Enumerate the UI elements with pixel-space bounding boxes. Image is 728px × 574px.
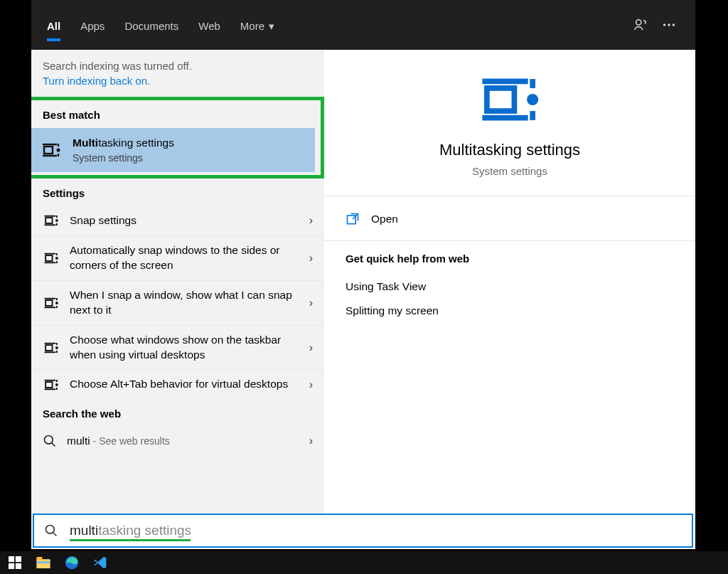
- svg-rect-16: [16, 556, 21, 562]
- settings-label: Settings: [31, 179, 324, 206]
- open-icon: [346, 212, 360, 226]
- open-action[interactable]: Open: [324, 196, 695, 240]
- multitasking-icon: [43, 251, 60, 265]
- help-link[interactable]: Using Task View: [346, 275, 674, 299]
- svg-rect-18: [16, 563, 21, 569]
- svg-rect-15: [9, 556, 14, 562]
- annotation-highlight: Best match Multitasking settings System …: [31, 97, 324, 179]
- svg-point-7: [663, 23, 665, 26]
- setting-item[interactable]: Choose what windows show on the taskbar …: [31, 325, 324, 370]
- svg-point-8: [668, 23, 670, 26]
- tab-apps[interactable]: Apps: [70, 4, 114, 46]
- chevron-right-icon: ›: [309, 341, 313, 354]
- tab-more[interactable]: More▾: [230, 4, 284, 46]
- setting-item[interactable]: Choose Alt+Tab behavior for virtual desk…: [31, 369, 324, 399]
- setting-item[interactable]: Automatically snap windows to the sides …: [31, 235, 324, 280]
- chevron-right-icon: ›: [309, 378, 313, 391]
- help-heading: Get quick help from web: [346, 253, 674, 265]
- svg-line-14: [53, 533, 57, 536]
- preview-subtitle: System settings: [338, 165, 681, 177]
- chevron-right-icon: ›: [309, 297, 313, 309]
- taskbar-edge[interactable]: [61, 553, 82, 573]
- search-typed-text: multi: [70, 523, 98, 538]
- preview-hero-icon: [338, 71, 681, 128]
- start-button[interactable]: [4, 553, 26, 573]
- tab-all[interactable]: All: [37, 4, 70, 46]
- chevron-down-icon: ▾: [269, 20, 274, 33]
- svg-rect-20: [36, 557, 42, 560]
- best-match-result[interactable]: Multitasking settings System settings: [31, 128, 315, 172]
- svg-rect-19: [36, 559, 50, 568]
- search-header: All Apps Documents Web More▾: [31, 0, 695, 50]
- turn-indexing-on-link[interactable]: Turn indexing back on.: [43, 75, 313, 87]
- tab-documents[interactable]: Documents: [114, 4, 188, 46]
- best-match-label: Best match: [31, 100, 321, 128]
- svg-rect-17: [9, 563, 14, 569]
- filter-tabs: All Apps Documents Web More▾: [37, 4, 633, 46]
- search-web-label: Search the web: [31, 399, 324, 427]
- chevron-right-icon: ›: [309, 435, 313, 447]
- search-input[interactable]: multitasking settings: [33, 514, 693, 548]
- multitasking-icon: [43, 296, 60, 310]
- indexing-notice: Search indexing was turned off. Turn ind…: [31, 50, 324, 97]
- taskbar-file-explorer[interactable]: [33, 553, 54, 573]
- annotation-underline: [70, 539, 191, 541]
- feedback-icon[interactable]: [633, 17, 648, 33]
- setting-item[interactable]: When I snap a window, show what I can sn…: [31, 280, 324, 325]
- preview-pane: Multitasking settings System settings Op…: [324, 50, 695, 549]
- multitasking-icon: [43, 213, 60, 228]
- taskbar: [0, 551, 728, 574]
- taskbar-vscode[interactable]: [90, 553, 111, 573]
- svg-point-13: [46, 526, 55, 534]
- more-options-icon[interactable]: [661, 17, 677, 33]
- search-panel: All Apps Documents Web More▾ Search inde…: [31, 0, 695, 549]
- multitasking-icon: [41, 141, 61, 159]
- chevron-right-icon: ›: [309, 252, 313, 265]
- svg-rect-21: [36, 561, 50, 563]
- settings-list: Snap settings › Automatically snap windo…: [31, 206, 324, 399]
- svg-point-6: [636, 20, 641, 25]
- preview-title: Multitasking settings: [338, 141, 681, 159]
- tab-web[interactable]: Web: [188, 4, 230, 46]
- setting-item[interactable]: Snap settings ›: [31, 206, 324, 235]
- svg-line-11: [52, 443, 55, 447]
- help-link[interactable]: Splitting my screen: [346, 299, 674, 323]
- multitasking-icon: [43, 341, 60, 355]
- web-search-result[interactable]: multi - See web results ›: [31, 427, 324, 455]
- search-ghost-text: tasking settings: [98, 523, 191, 538]
- results-column: Search indexing was turned off. Turn ind…: [31, 50, 324, 549]
- search-icon: [43, 434, 57, 448]
- chevron-right-icon: ›: [309, 214, 313, 227]
- multitasking-icon: [43, 378, 60, 392]
- svg-point-9: [673, 23, 675, 26]
- search-icon: [44, 523, 58, 538]
- svg-point-10: [45, 436, 53, 445]
